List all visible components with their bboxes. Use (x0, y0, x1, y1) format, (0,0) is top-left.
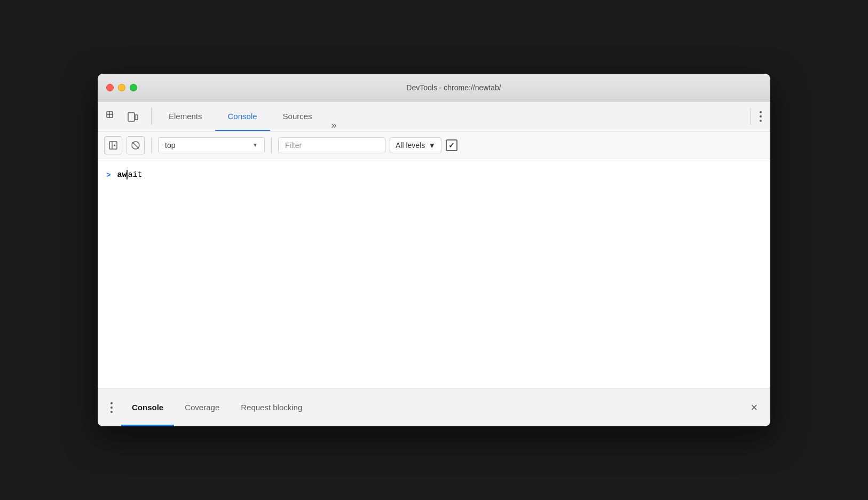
svg-line-7 (132, 142, 139, 149)
console-toolbar-divider (151, 138, 152, 153)
drawer-menu-button[interactable] (106, 398, 117, 417)
console-entry-text: await (117, 170, 142, 179)
tab-nav: Elements Console Sources » (156, 101, 746, 131)
drawer-tab-coverage[interactable]: Coverage (174, 388, 230, 426)
console-entry: > await (106, 166, 762, 184)
bottom-drawer: Console Coverage Request blocking × (98, 388, 770, 426)
console-toolbar-divider-2 (271, 138, 272, 153)
top-toolbar: Elements Console Sources » (98, 101, 770, 131)
minimize-button[interactable] (118, 84, 125, 91)
close-drawer-button[interactable]: × (746, 396, 762, 419)
tab-elements[interactable]: Elements (156, 101, 215, 131)
svg-rect-1 (128, 113, 135, 121)
toolbar-divider (151, 108, 152, 125)
settings-checkbox[interactable]: ✓ (446, 139, 457, 151)
title-bar: DevTools - chrome://newtab/ (98, 74, 770, 101)
window-title: DevTools - chrome://newtab/ (146, 83, 762, 92)
console-content[interactable]: > await (98, 159, 770, 388)
devtools-body: Elements Console Sources » (98, 101, 770, 426)
inspect-element-button[interactable] (102, 107, 121, 126)
devtools-window: DevTools - chrome://newtab/ (98, 74, 770, 426)
sidebar-toggle-button[interactable] (104, 136, 122, 154)
tab-sources[interactable]: Sources (270, 101, 325, 131)
checkmark-icon: ✓ (448, 141, 455, 150)
clear-console-button[interactable] (127, 136, 145, 154)
log-levels-arrow: ▼ (428, 141, 436, 150)
device-toolbar-button[interactable] (123, 107, 143, 126)
toolbar-icons (102, 107, 143, 126)
log-levels-label: All levels (396, 141, 425, 150)
console-toolbar: top ▼ All levels ▼ ✓ (98, 131, 770, 159)
context-selector[interactable]: top ▼ (158, 137, 265, 153)
drawer-tabs: Console Coverage Request blocking (121, 388, 746, 426)
filter-input[interactable] (278, 137, 385, 153)
log-levels-selector[interactable]: All levels ▼ (390, 137, 441, 153)
context-value: top (165, 141, 248, 150)
normal-text: ait (128, 170, 142, 179)
svg-rect-2 (135, 115, 138, 120)
more-tabs-button[interactable]: » (325, 120, 343, 131)
close-button[interactable] (106, 84, 114, 91)
bold-text: aw (117, 170, 127, 179)
toolbar-right (755, 107, 766, 126)
svg-marker-5 (114, 144, 116, 146)
traffic-lights (106, 84, 137, 91)
devtools-menu-button[interactable] (755, 107, 766, 126)
maximize-button[interactable] (130, 84, 137, 91)
expand-chevron[interactable]: > (106, 171, 111, 179)
drawer-tab-request-blocking[interactable]: Request blocking (230, 388, 313, 426)
context-selector-arrow: ▼ (252, 142, 258, 148)
toolbar-divider-right (751, 108, 751, 125)
drawer-tab-console[interactable]: Console (121, 388, 174, 426)
tab-console[interactable]: Console (215, 101, 270, 131)
